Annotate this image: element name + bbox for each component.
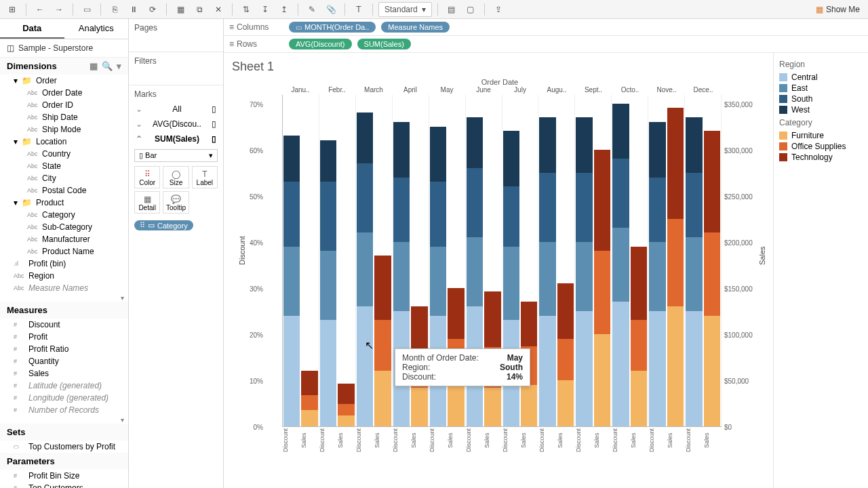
dim-field[interactable]: AbcShip Mode [0, 123, 128, 136]
bar-segment[interactable] [503, 131, 519, 186]
legend-item[interactable]: East [779, 83, 863, 94]
measure-field[interactable]: #Longitude (generated) [0, 392, 128, 404]
find-field-icon[interactable]: 🔍 [102, 61, 113, 71]
bar-segment[interactable] [467, 237, 483, 306]
bar-segment[interactable] [539, 242, 555, 316]
bar-segment[interactable] [301, 410, 317, 427]
bar-segment[interactable] [576, 117, 592, 173]
bar-segment[interactable] [411, 388, 427, 426]
legend-item[interactable]: Central [779, 72, 863, 83]
bar-segment[interactable] [539, 117, 555, 173]
legend-item[interactable]: Technology [779, 152, 863, 163]
bar-segment[interactable] [374, 371, 391, 426]
bar-segment[interactable] [539, 173, 555, 242]
forward-icon[interactable]: → [51, 2, 67, 17]
back-icon[interactable]: ← [32, 2, 48, 17]
bar-segment[interactable] [649, 242, 665, 311]
bar-segment[interactable] [631, 371, 647, 426]
bar-segment[interactable] [283, 182, 300, 246]
discount-bar[interactable] [539, 95, 555, 426]
detail-button[interactable]: ▦Detail [134, 191, 160, 214]
set-field[interactable]: ⬭Top Customers by Profit [0, 441, 128, 453]
dim-field[interactable]: AbcCity [0, 172, 128, 184]
chart-area[interactable]: Sheet 1 Order Date Janu..Febr..MarchApri… [224, 53, 773, 488]
bar-segment[interactable] [283, 316, 300, 426]
bar-segment[interactable] [357, 113, 373, 163]
swap-icon[interactable]: ⇅ [238, 2, 254, 17]
pill-sum-sales[interactable]: SUM(Sales) [357, 39, 411, 49]
param-field[interactable]: #Top Customers [0, 482, 128, 488]
label-button[interactable]: TLabel [192, 166, 218, 188]
bar-segment[interactable] [320, 320, 336, 426]
pill-month[interactable]: ▭MONTH(Order Da.. [289, 22, 376, 33]
bar-segment[interactable] [576, 173, 592, 242]
sales-bar[interactable] [301, 95, 317, 426]
pause-updates-icon[interactable]: ⏸ [125, 2, 142, 17]
bar-segment[interactable] [686, 237, 702, 311]
scroll-down-icon[interactable]: ▾ [0, 294, 128, 302]
mark-type-dropdown[interactable]: ▯ Bar ▾ [134, 149, 218, 162]
bar-segment[interactable] [686, 173, 702, 237]
bar-segment[interactable] [667, 219, 684, 306]
bar-segment[interactable] [576, 242, 592, 311]
new-worksheet-icon[interactable]: ▦ [172, 2, 189, 17]
param-field[interactable]: #Profit Bin Size [0, 470, 128, 482]
dim-folder[interactable]: ▾📁Order [0, 75, 128, 87]
sales-bar[interactable] [374, 95, 391, 426]
sales-bar[interactable] [704, 95, 720, 426]
dim-field[interactable]: AbcPostal Code [0, 184, 128, 197]
bar-segment[interactable] [612, 104, 629, 159]
new-datasource-icon[interactable]: ⎘ [106, 2, 123, 17]
bar-segment[interactable] [374, 320, 391, 371]
bar-segment[interactable] [557, 283, 574, 339]
bar-segment[interactable] [612, 302, 629, 426]
bar-segment[interactable] [283, 136, 300, 182]
bar-segment[interactable] [338, 415, 354, 426]
tab-data[interactable]: Data [0, 19, 64, 39]
discount-bar[interactable] [686, 95, 702, 426]
tooltip-button[interactable]: 💬Tooltip [163, 191, 189, 214]
bar-segment[interactable] [521, 302, 537, 346]
bar-segment[interactable] [704, 232, 720, 316]
bar-segment[interactable] [539, 316, 555, 426]
label-icon[interactable]: T [351, 2, 367, 17]
measure-field[interactable]: #Quantity [0, 355, 128, 367]
refresh-icon[interactable]: ⟳ [144, 2, 161, 17]
bar-segment[interactable] [301, 371, 317, 394]
bar-segment[interactable] [357, 306, 373, 426]
bar-segment[interactable] [649, 122, 665, 178]
bar-segment[interactable] [357, 232, 373, 306]
bar-segment[interactable] [612, 159, 629, 228]
bar-segment[interactable] [338, 404, 354, 415]
tab-analytics[interactable]: Analytics [64, 19, 129, 39]
dim-field[interactable]: AbcProduct Name [0, 245, 128, 258]
share-icon[interactable]: ⇪ [490, 2, 507, 17]
color-button[interactable]: ⠿Color [134, 166, 160, 188]
dim-folder[interactable]: ▾📁Product [0, 197, 128, 209]
bar-segment[interactable] [649, 311, 665, 426]
bar-segment[interactable] [448, 288, 464, 339]
dim-field[interactable]: AbcRegion [0, 270, 128, 282]
bar-segment[interactable] [704, 131, 720, 232]
bar-segment[interactable] [667, 306, 684, 426]
sales-bar[interactable] [631, 95, 647, 426]
pill-measure-names[interactable]: Measure Names [381, 22, 450, 33]
bar-segment[interactable] [557, 339, 574, 380]
bar-segment[interactable] [686, 117, 702, 173]
dim-field[interactable]: AbcCountry [0, 148, 128, 160]
size-button[interactable]: ◯Size [163, 166, 189, 188]
rows-shelf[interactable]: ≡Rows AVG(Discount) SUM(Sales) [224, 36, 868, 53]
save-icon[interactable]: ▭ [79, 2, 95, 17]
sales-bar[interactable] [557, 95, 574, 426]
dim-field[interactable]: AbcCategory [0, 209, 128, 221]
bar-segment[interactable] [521, 385, 537, 426]
bar-segment[interactable] [320, 251, 336, 320]
sales-bar[interactable] [594, 95, 610, 426]
measure-field[interactable]: #Profit [0, 331, 128, 343]
bar-segment[interactable] [704, 316, 720, 426]
presentation-icon[interactable]: ▢ [462, 2, 479, 17]
highlight-icon[interactable]: ✎ [304, 2, 320, 17]
dim-field[interactable]: AbcOrder Date [0, 87, 128, 99]
bar-segment[interactable] [594, 334, 610, 426]
filters-shelf[interactable]: Filters [129, 52, 223, 85]
